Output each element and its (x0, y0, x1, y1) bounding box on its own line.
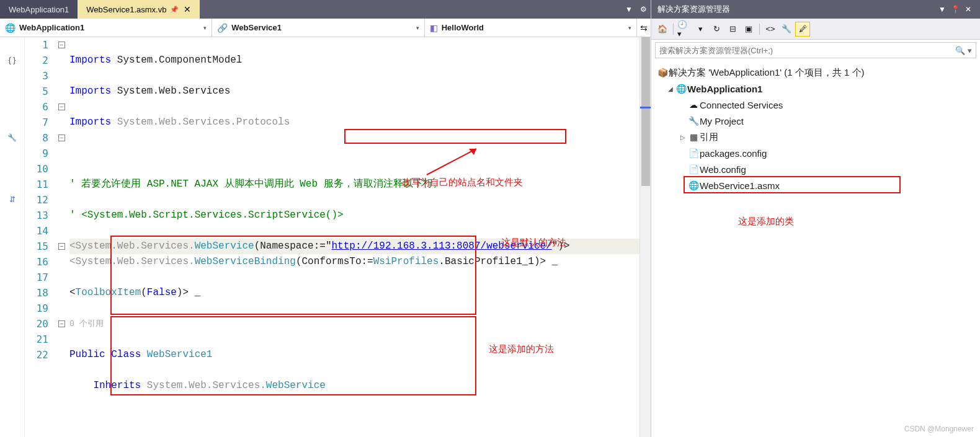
vertical-scrollbar[interactable] (639, 37, 651, 437)
window-menu-icon[interactable]: ▼ (936, 5, 948, 14)
line-numbers: 123 56 789 1011 1213 141516 1718 192021 … (25, 37, 56, 437)
preview-icon[interactable]: 🖉 (795, 22, 810, 37)
solution-icon: 📦 (656, 68, 669, 77)
expand-icon[interactable]: ◢ (666, 86, 675, 92)
expand-icon[interactable]: ▷ (679, 134, 687, 141)
nav-class-combo[interactable]: 🔗 WebService1 ▾ (212, 19, 424, 37)
project-icon: 🌐 (675, 84, 687, 94)
nav-class-label: WebService1 (231, 23, 416, 32)
app-root: WebApplication1 WebService1.asmx.vb 📌 ✕ … (0, 0, 980, 437)
solution-search-input[interactable] (659, 46, 953, 55)
nav-method-combo[interactable]: ◧ HelloWorld ▾ (425, 19, 637, 37)
annotation-method1-label: 这是默认的方法 (501, 236, 566, 251)
document-tabs: WebApplication1 WebService1.asmx.vb 📌 ✕ … (0, 0, 651, 19)
pending-icon[interactable]: ▾ (693, 22, 708, 37)
chevron-down-icon: ▾ (628, 25, 631, 31)
fold-toggle[interactable]: − (58, 42, 65, 48)
pin-icon[interactable]: 📌 (170, 6, 179, 14)
solution-root[interactable]: 📦 解决方案 'WebApplication1' (1 个项目，共 1 个) (656, 64, 975, 81)
chevron-down-icon: ▾ (203, 25, 207, 31)
navigation-bar: 🌐 WebApplication1 ▾ 🔗 WebService1 ▾ ◧ He… (0, 19, 651, 37)
nav-method-label: HelloWorld (442, 23, 628, 32)
asmx-file-icon: 🌐 (687, 180, 700, 190)
project-node[interactable]: ◢ 🌐 WebApplication1 (656, 81, 975, 97)
editor-panel: WebApplication1 WebService1.asmx.vb 📌 ✕ … (0, 0, 651, 437)
nav-project-label: WebApplication1 (19, 23, 203, 32)
connected-services-node[interactable]: ☁ Connected Services (656, 97, 975, 113)
code-editor[interactable]: { } 🔧 ⇵ 123 56 789 1011 1213 141516 1718… (0, 37, 651, 437)
class-icon: 🔗 (217, 23, 228, 33)
project-icon: 🌐 (5, 23, 16, 33)
scroll-thumb[interactable] (641, 37, 650, 186)
solution-tree: 📦 解决方案 'WebApplication1' (1 个项目，共 1 个) ◢… (651, 61, 980, 437)
split-icon[interactable]: ⇆ (637, 23, 651, 33)
annotation-url-box (344, 129, 566, 144)
webservice1-asmx-node[interactable]: 🌐 WebService1.asmx (656, 177, 975, 193)
web-config-node[interactable]: 📄 Web.config (656, 161, 975, 177)
code-content[interactable]: Imports System.ComponentModel Imports Sy… (67, 37, 639, 437)
collapse-all-icon[interactable]: ⊟ (725, 22, 740, 37)
close-icon[interactable]: ✕ (963, 5, 974, 14)
solution-search[interactable]: 🔍 ▾ (655, 42, 976, 58)
tab-dropdown-icon[interactable]: ▼ (621, 5, 636, 14)
close-icon[interactable]: ✕ (184, 4, 191, 14)
annotation-method2-label: 这是添加的方法 (489, 342, 554, 358)
solution-explorer-toolbar: 🏠 🕘▾ ▾ ↻ ⊟ ▣ <> 🔧 🖉 (651, 19, 980, 40)
history-icon[interactable]: 🕘▾ (677, 22, 692, 37)
method-icon: ◧ (430, 23, 438, 33)
tab-label: WebService1.asmx.vb (86, 5, 166, 14)
annotation-arrow-label: 改写为自己的站点名和文件夹 (402, 175, 523, 191)
fold-toggle[interactable]: − (58, 135, 65, 141)
search-dropdown-icon[interactable]: ▾ (965, 46, 972, 55)
nav-project-combo[interactable]: 🌐 WebApplication1 ▾ (0, 19, 212, 37)
connected-services-icon: ☁ (687, 100, 700, 110)
config-file-icon: 📄 (687, 148, 700, 158)
tab-webservice1-asmx-vb[interactable]: WebService1.asmx.vb 📌 ✕ (78, 0, 200, 19)
config-file-icon: 📄 (687, 164, 700, 174)
tab-webapplication1[interactable]: WebApplication1 (0, 0, 78, 19)
solution-explorer: 解决方案资源管理器 ▼ 📍 ✕ 🏠 🕘▾ ▾ ↻ ⊟ ▣ <> 🔧 🖉 🔍 ▾ … (651, 0, 980, 437)
watermark: CSDN @Mongnewer (904, 425, 974, 433)
gear-icon[interactable]: ⚙ (636, 5, 651, 14)
fold-toggle[interactable]: − (58, 104, 65, 110)
tab-label: WebApplication1 (9, 5, 69, 14)
fold-toggle[interactable]: − (58, 243, 65, 250)
chevron-down-icon: ▾ (416, 25, 419, 31)
annotation-class-label: 这是添加的类 (738, 216, 794, 227)
wrench-icon[interactable]: 🔧 (0, 130, 24, 146)
view-code-icon[interactable]: <> (763, 22, 778, 37)
scroll-marker (640, 107, 651, 108)
home-icon[interactable]: 🏠 (655, 22, 670, 37)
solution-explorer-title: 解决方案资源管理器 (657, 4, 936, 15)
glyph-margin: { } 🔧 ⇵ (0, 37, 25, 437)
solution-explorer-titlebar: 解决方案资源管理器 ▼ 📍 ✕ (651, 0, 980, 19)
packages-config-node[interactable]: 📄 packages.config (656, 145, 975, 161)
show-all-files-icon[interactable]: ▣ (741, 22, 756, 37)
properties-icon[interactable]: 🔧 (779, 22, 794, 37)
fold-toggle[interactable]: − (58, 320, 65, 327)
pin-icon[interactable]: 📍 (948, 5, 963, 14)
search-icon[interactable]: 🔍 (953, 46, 965, 55)
sort-icon[interactable]: ⇵ (0, 192, 24, 208)
folding-column: − − − − − (56, 37, 67, 437)
refresh-icon[interactable]: ↻ (709, 22, 724, 37)
my-project-node[interactable]: 🔧 My Project (656, 113, 975, 129)
references-icon: ▦ (687, 132, 700, 142)
wrench-icon: 🔧 (687, 116, 700, 126)
references-node[interactable]: ▷▦ 引用 (656, 129, 975, 145)
